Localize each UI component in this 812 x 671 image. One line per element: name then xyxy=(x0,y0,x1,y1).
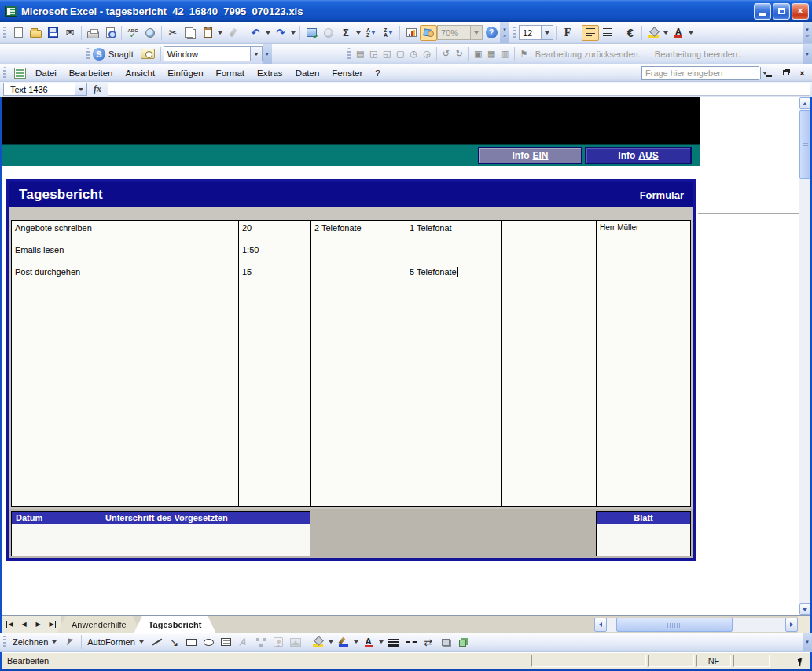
column-telefonate-1[interactable]: 2 Telefonate xyxy=(311,221,406,506)
autosum-dropdown-arrow[interactable] xyxy=(356,31,361,35)
fill-color-icon[interactable] xyxy=(310,634,327,650)
cut-icon[interactable]: ✂ xyxy=(164,25,182,41)
menu-fenster[interactable]: Fenster xyxy=(325,66,369,80)
scroll-down-button[interactable] xyxy=(799,603,810,615)
align-left-icon[interactable] xyxy=(582,25,599,41)
next-sheet-button[interactable]: ▶ xyxy=(31,618,45,632)
research-icon[interactable] xyxy=(141,25,159,41)
font-color-dropdown-arrow[interactable] xyxy=(689,31,693,35)
justify-icon[interactable] xyxy=(599,25,616,41)
rectangle-icon[interactable] xyxy=(183,634,200,650)
horizontal-scrollbar[interactable] xyxy=(594,618,798,632)
autoformen-menu-button[interactable]: AutoFormen xyxy=(84,636,149,648)
cell[interactable] xyxy=(597,265,690,287)
copy-icon[interactable] xyxy=(182,25,199,41)
cell[interactable]: 15 xyxy=(239,265,310,287)
datum-cell[interactable] xyxy=(11,524,101,556)
workbook-minimize-button[interactable] xyxy=(762,67,776,79)
snagit-mode-combobox[interactable]: Window xyxy=(164,46,263,61)
cell[interactable] xyxy=(406,243,501,265)
toolbar-grip[interactable] xyxy=(86,48,90,60)
dash-style-icon[interactable] xyxy=(402,634,420,650)
blatt-header[interactable]: Blatt xyxy=(596,511,691,525)
menu-bearbeiten[interactable]: Bearbeiten xyxy=(63,66,119,80)
menu-daten[interactable]: Daten xyxy=(289,66,326,80)
toolbar-grip[interactable] xyxy=(3,636,6,648)
drawing-toolbar-options-button[interactable]: ▾ xyxy=(803,632,812,651)
drawing-toolbar-toggle-icon[interactable] xyxy=(420,25,437,41)
toolbar-grip[interactable] xyxy=(3,27,6,39)
unterschrift-cell[interactable] xyxy=(101,524,310,556)
line-color-icon[interactable] xyxy=(335,634,352,650)
font-color-icon[interactable]: A xyxy=(360,634,377,650)
cell[interactable] xyxy=(502,221,596,243)
font-color-dropdown-arrow[interactable] xyxy=(379,640,384,644)
open-icon[interactable] xyxy=(27,25,44,41)
undo-dropdown-arrow[interactable] xyxy=(266,31,270,35)
bold-icon[interactable]: F xyxy=(559,25,576,41)
cell[interactable] xyxy=(311,243,406,265)
review-toolbar-options-button[interactable]: ▾ xyxy=(803,44,812,64)
cell[interactable]: Herr Müller xyxy=(597,221,690,243)
sort-descending-icon[interactable]: ZA xyxy=(380,25,397,41)
formatting-toolbar-options-button[interactable]: ▾» xyxy=(803,22,812,43)
sort-ascending-icon[interactable]: AZ xyxy=(362,25,380,41)
new-icon[interactable] xyxy=(9,25,27,41)
scroll-up-button[interactable] xyxy=(799,97,810,109)
menu-einfuegen[interactable]: Einfügen xyxy=(161,66,209,80)
horizontal-scroll-thumb[interactable] xyxy=(616,618,733,632)
fill-color-dropdown-arrow[interactable] xyxy=(663,31,668,35)
chart-wizard-icon[interactable] xyxy=(402,25,420,41)
help-icon[interactable]: ? xyxy=(483,25,500,41)
minimize-button[interactable] xyxy=(754,3,771,20)
column-person[interactable]: Herr Müller xyxy=(597,221,690,506)
line-style-icon[interactable] xyxy=(385,634,402,650)
cell[interactable] xyxy=(502,243,596,265)
insert-function-icon[interactable]: fx xyxy=(87,83,108,95)
print-icon[interactable] xyxy=(84,25,101,41)
hyperlink-icon[interactable] xyxy=(303,25,320,41)
scroll-left-button[interactable] xyxy=(594,618,607,632)
cell[interactable]: Angebote schreiben xyxy=(12,221,238,243)
paste-icon[interactable] xyxy=(199,25,216,41)
oval-icon[interactable] xyxy=(200,634,218,650)
zeichnen-menu-button[interactable]: Zeichnen xyxy=(9,636,61,648)
standard-toolbar-options-button[interactable]: ▾» xyxy=(500,22,509,43)
name-box-dropdown-arrow[interactable] xyxy=(75,82,87,96)
datum-header[interactable]: Datum xyxy=(11,511,101,525)
menu-hilfe[interactable]: ? xyxy=(369,66,386,80)
vertical-scroll-thumb[interactable] xyxy=(799,110,810,179)
active-cell[interactable]: 5 Telefonate xyxy=(406,265,501,287)
column-dauer[interactable]: 20 1:50 15 xyxy=(239,221,311,506)
cell[interactable]: Post durchgehen xyxy=(12,265,238,287)
formula-input[interactable] xyxy=(108,82,810,96)
fill-color-dropdown-arrow[interactable] xyxy=(329,640,333,644)
menu-format[interactable]: Format xyxy=(210,66,251,80)
question-input[interactable] xyxy=(642,67,760,79)
font-size-combobox[interactable]: 12 xyxy=(519,25,553,40)
redo-icon[interactable]: ↷ xyxy=(272,25,289,41)
column-empty[interactable] xyxy=(502,221,597,506)
paste-dropdown-arrow[interactable] xyxy=(218,31,222,35)
line-icon[interactable] xyxy=(149,634,166,650)
textbox-icon[interactable] xyxy=(218,634,235,650)
fill-color-icon[interactable] xyxy=(645,25,662,41)
arrow-style-icon[interactable]: ⇄ xyxy=(420,634,437,650)
save-icon[interactable] xyxy=(44,25,61,41)
previous-sheet-button[interactable]: ◀ xyxy=(17,618,31,632)
cell[interactable] xyxy=(311,265,406,287)
cell[interactable] xyxy=(597,243,690,265)
info-aus-button[interactable]: InfoAUS xyxy=(585,147,692,164)
cell[interactable]: 1 Telefonat xyxy=(406,221,501,243)
cell[interactable]: 2 Telefonate xyxy=(311,221,406,243)
workbook-restore-button[interactable] xyxy=(779,67,792,79)
font-color-icon[interactable]: A xyxy=(670,25,687,41)
snagit-toolbar-options-button[interactable]: ▾ xyxy=(263,44,272,64)
snagit-capture-icon[interactable] xyxy=(138,46,158,62)
blatt-cell[interactable] xyxy=(596,524,691,556)
toolbar-grip[interactable] xyxy=(3,67,6,79)
column-telefonate-2[interactable]: 1 Telefonat 5 Telefonate xyxy=(406,221,502,506)
spelling-icon[interactable]: ABC✓ xyxy=(124,25,141,41)
menu-ansicht[interactable]: Ansicht xyxy=(119,66,161,80)
first-sheet-button[interactable]: ◀ xyxy=(3,618,17,632)
